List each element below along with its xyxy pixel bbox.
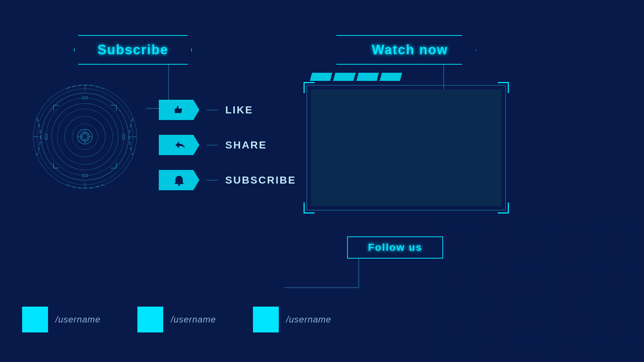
social-item-2[interactable]: /username	[137, 307, 216, 332]
like-badge	[159, 100, 199, 120]
social-username-1: /username	[55, 314, 100, 325]
share-badge	[159, 135, 199, 155]
svg-point-5	[57, 109, 113, 164]
svg-point-0	[33, 85, 137, 188]
social-item-3[interactable]: /username	[253, 307, 331, 332]
like-label: LIKE	[225, 104, 253, 116]
svg-point-7	[72, 124, 98, 150]
follow-us-label: Follow us	[368, 242, 422, 253]
subscribe-action[interactable]: SUBSCRIBE	[159, 170, 296, 190]
strip-3	[356, 73, 379, 81]
subscribe-label: Subscribe	[97, 42, 168, 58]
social-username-3: /username	[286, 314, 331, 325]
follow-connector	[358, 259, 359, 288]
social-accounts-row: /username /username /username	[22, 307, 331, 332]
follow-us-button[interactable]: Follow us	[347, 236, 443, 259]
strip-2	[333, 73, 356, 81]
strip-4	[380, 73, 402, 81]
strip-1	[310, 73, 332, 81]
action-buttons-group: LIKE SHARE SUBSCRIBE	[159, 100, 296, 190]
subscribe-badge	[159, 170, 199, 190]
social-icon-2	[137, 307, 163, 332]
share-line	[207, 145, 218, 146]
video-thumbnail	[311, 89, 501, 206]
like-line	[207, 110, 218, 110]
svg-point-1	[37, 89, 133, 185]
svg-point-9	[82, 134, 88, 140]
social-username-2: /username	[171, 314, 216, 325]
social-icon-3	[253, 307, 279, 332]
svg-rect-23	[175, 109, 176, 113]
svg-point-2	[41, 93, 129, 180]
watch-now-label: Watch now	[372, 42, 448, 58]
hud-circle-decoration	[30, 81, 140, 192]
social-item-1[interactable]: /username	[22, 307, 100, 332]
watch-now-button[interactable]: Watch now	[336, 35, 476, 65]
share-label: SHARE	[225, 139, 267, 151]
subscribe-action-label: SUBSCRIBE	[225, 174, 296, 186]
svg-point-24	[178, 184, 180, 186]
video-strips	[311, 73, 401, 81]
svg-point-4	[52, 103, 118, 170]
subscribe-line	[207, 180, 218, 181]
svg-point-6	[65, 116, 105, 157]
share-action[interactable]: SHARE	[159, 135, 296, 155]
social-icon-1	[22, 307, 48, 332]
like-action[interactable]: LIKE	[159, 100, 296, 120]
subscribe-button[interactable]: Subscribe	[74, 35, 192, 65]
svg-point-3	[46, 98, 124, 175]
video-frame[interactable]	[306, 85, 506, 211]
